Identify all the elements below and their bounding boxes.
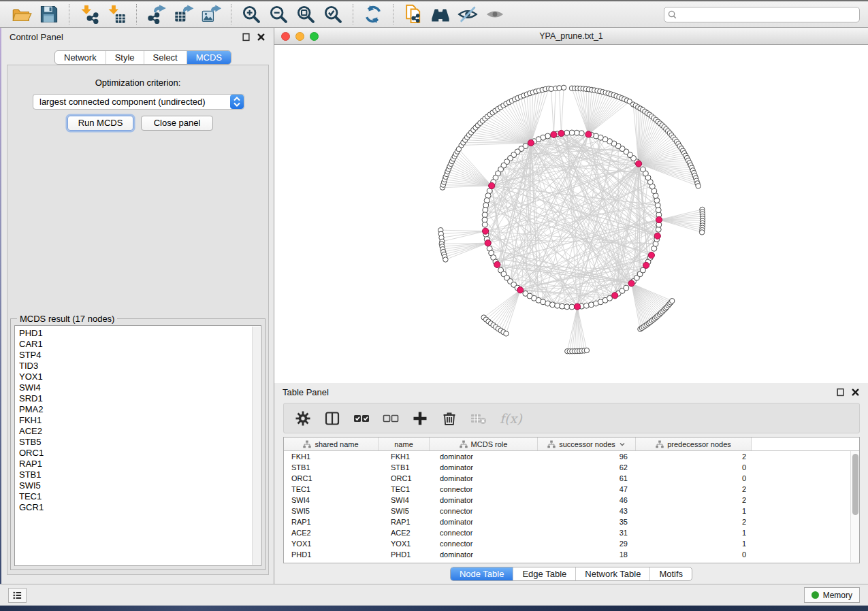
table-row[interactable]: SWI5SWI5connector431 xyxy=(284,506,850,516)
tab-network[interactable]: Network xyxy=(55,51,106,64)
table-cell[interactable]: RAP1 xyxy=(379,516,430,527)
clone-network-icon[interactable] xyxy=(403,4,423,24)
memory-button[interactable]: Memory xyxy=(804,587,860,603)
table-cell[interactable]: dominator xyxy=(430,473,538,484)
table-row[interactable]: SWI4SWI4dominator462 xyxy=(284,495,850,506)
close-panel-button[interactable]: Close panel xyxy=(141,116,213,131)
table-cell[interactable]: YOX1 xyxy=(284,538,379,549)
close-panel-icon[interactable] xyxy=(257,33,266,42)
mcds-result-item[interactable]: FKH1 xyxy=(19,415,261,426)
mcds-result-item[interactable]: TID3 xyxy=(19,361,261,371)
mcds-result-item[interactable]: GCR1 xyxy=(19,502,261,513)
run-mcds-button[interactable]: Run MCDS xyxy=(67,116,133,131)
table-row[interactable]: RAP1RAP1dominator352 xyxy=(284,516,850,527)
tab-node-table[interactable]: Node Table xyxy=(451,567,513,580)
table-cell[interactable]: 1 xyxy=(636,506,752,516)
table-cell[interactable]: SWI4 xyxy=(284,495,379,506)
table-cell[interactable]: FKH1 xyxy=(379,451,430,462)
table-cell[interactable]: 43 xyxy=(538,506,636,516)
mcds-result-item[interactable]: CAR1 xyxy=(19,339,261,350)
float-table-panel-icon[interactable] xyxy=(836,388,845,397)
tab-mcds[interactable]: MCDS xyxy=(187,51,231,64)
zoom-fit-icon[interactable] xyxy=(295,4,316,24)
table-row[interactable]: FKH1FKH1dominator962 xyxy=(284,451,850,462)
table-cell[interactable]: TEC1 xyxy=(379,484,430,495)
table-settings-icon[interactable] xyxy=(295,410,311,427)
zoom-selected-icon[interactable] xyxy=(323,4,343,24)
import-table-icon[interactable] xyxy=(106,4,127,24)
table-cell[interactable]: 2 xyxy=(636,451,752,462)
table-cell[interactable]: dominator xyxy=(430,549,538,560)
save-session-icon[interactable] xyxy=(39,4,59,24)
column-header-name[interactable]: name xyxy=(379,437,430,450)
mcds-result-item[interactable]: STB1 xyxy=(19,469,261,480)
column-header-MCDS-role[interactable]: MCDS role xyxy=(430,437,538,450)
table-cell[interactable]: 47 xyxy=(538,484,636,495)
table-cell[interactable]: 1 xyxy=(636,527,752,538)
table-cell[interactable]: dominator xyxy=(430,451,538,462)
zoom-in-icon[interactable] xyxy=(241,4,261,24)
table-row[interactable]: ORC1ORC1dominator610 xyxy=(284,473,850,484)
tab-edge-table[interactable]: Edge Table xyxy=(513,567,575,580)
table-cell[interactable]: 96 xyxy=(538,451,636,462)
refresh-icon[interactable] xyxy=(363,4,383,24)
mcds-result-item[interactable]: RAP1 xyxy=(19,459,261,469)
mcds-result-item[interactable]: SWI4 xyxy=(19,382,261,393)
table-cell[interactable]: ORC1 xyxy=(379,473,430,484)
search-input[interactable] xyxy=(664,7,860,22)
table-cell[interactable]: PHD1 xyxy=(284,549,379,560)
table-cell[interactable]: 46 xyxy=(538,495,636,506)
table-cell[interactable]: ORC1 xyxy=(284,473,379,484)
table-row[interactable]: PHD1PHD1dominator180 xyxy=(284,549,850,560)
table-row[interactable]: YOX1YOX1connector291 xyxy=(284,538,850,549)
add-column-icon[interactable] xyxy=(412,410,428,427)
mcds-result-item[interactable]: ORC1 xyxy=(19,448,261,459)
table-cell[interactable]: RAP1 xyxy=(284,516,379,527)
table-cell[interactable]: ACE2 xyxy=(284,527,379,538)
table-cell[interactable]: connector xyxy=(430,484,538,495)
table-row[interactable]: ACE2ACE2connector311 xyxy=(284,527,850,538)
table-cell[interactable]: connector xyxy=(430,506,538,516)
table-cell[interactable]: PHD1 xyxy=(379,549,430,560)
table-cell[interactable]: STB1 xyxy=(284,462,379,473)
table-cell[interactable]: 31 xyxy=(538,527,636,538)
mcds-result-item[interactable]: STB5 xyxy=(19,437,261,448)
mcds-list-scrollbar[interactable] xyxy=(252,327,260,565)
optimization-criterion-select[interactable]: largest connected component (undirected) xyxy=(33,94,244,110)
table-scrollbar-thumb[interactable] xyxy=(852,454,858,515)
column-header-successor-nodes[interactable]: successor nodes xyxy=(538,437,636,450)
table-cell[interactable]: 2 xyxy=(636,484,752,495)
import-network-icon[interactable] xyxy=(79,4,99,24)
table-cell[interactable]: 1 xyxy=(636,538,752,549)
table-cell[interactable]: ACE2 xyxy=(379,527,430,538)
export-image-icon[interactable] xyxy=(201,4,221,24)
table-cell[interactable]: 0 xyxy=(636,462,752,473)
table-cell[interactable]: 18 xyxy=(538,549,636,560)
table-row[interactable]: STB1STB1dominator620 xyxy=(284,462,850,473)
deselect-all-icon[interactable] xyxy=(383,410,399,427)
split-panel-icon[interactable] xyxy=(324,410,340,427)
column-header-shared-name[interactable]: shared name xyxy=(284,437,379,450)
table-cell[interactable]: 2 xyxy=(636,495,752,506)
tab-select[interactable]: Select xyxy=(144,51,187,64)
table-cell[interactable]: 35 xyxy=(538,516,636,527)
float-panel-icon[interactable] xyxy=(242,33,251,42)
tab-network-table[interactable]: Network Table xyxy=(575,567,649,580)
table-cell[interactable]: SWI4 xyxy=(379,495,430,506)
table-cell[interactable]: 0 xyxy=(636,473,752,484)
table-cell[interactable]: connector xyxy=(430,538,538,549)
mcds-result-item[interactable]: STP4 xyxy=(19,350,261,361)
table-cell[interactable]: 2 xyxy=(636,516,752,527)
table-cell[interactable]: dominator xyxy=(430,516,538,527)
close-table-panel-icon[interactable] xyxy=(851,388,860,397)
network-canvas[interactable] xyxy=(274,45,868,383)
mcds-result-item[interactable]: PHD1 xyxy=(19,328,261,339)
table-cell[interactable]: SWI5 xyxy=(284,506,379,516)
table-cell[interactable]: FKH1 xyxy=(284,451,379,462)
table-cell[interactable]: 0 xyxy=(636,549,752,560)
mcds-result-item[interactable]: PMA2 xyxy=(19,404,261,415)
table-cell[interactable]: dominator xyxy=(430,462,538,473)
tab-motifs[interactable]: Motifs xyxy=(649,567,692,580)
mcds-result-item[interactable]: SRD1 xyxy=(19,393,261,404)
zoom-out-icon[interactable] xyxy=(268,4,289,24)
